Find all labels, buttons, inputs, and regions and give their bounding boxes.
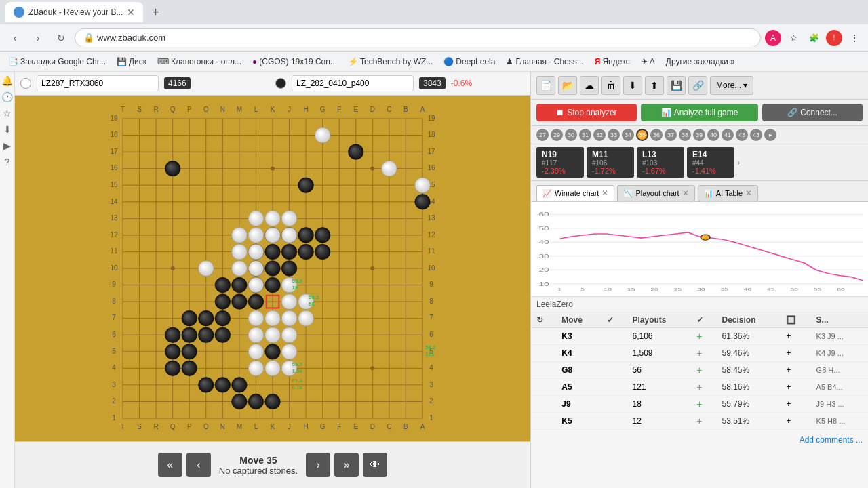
move-dot-43a[interactable]: 43 bbox=[736, 129, 748, 141]
bookmark-more[interactable]: Другие закладки » bbox=[663, 56, 738, 68]
move-dot-38[interactable]: 38 bbox=[679, 129, 691, 141]
player2-name-input[interactable] bbox=[292, 75, 414, 92]
forward-button[interactable]: › bbox=[28, 28, 47, 47]
col-flag[interactable]: 🔲 bbox=[781, 312, 810, 328]
table-row[interactable]: K5 12 + 53.51% + K5 H8 ... bbox=[531, 413, 868, 430]
col-playouts[interactable]: Playouts bbox=[627, 312, 692, 328]
move-dot-more[interactable]: ▸ bbox=[764, 129, 776, 141]
toggle-view-button[interactable]: 👁 bbox=[363, 453, 387, 477]
move-dot-39[interactable]: 39 bbox=[693, 129, 705, 141]
sidebar-icon-history[interactable]: 🕐 bbox=[1, 91, 14, 103]
first-move-button[interactable]: « bbox=[158, 453, 182, 477]
new-game-button[interactable]: 📄 bbox=[536, 76, 555, 95]
suggestion-scroll[interactable]: › bbox=[737, 147, 740, 178]
sugg-l13-pos: L13 bbox=[642, 150, 679, 159]
winrate-chart-close[interactable]: ✕ bbox=[601, 188, 608, 198]
player-bar: 4166 3843 -0.6% bbox=[15, 72, 530, 96]
new-tab-button[interactable]: + bbox=[146, 3, 165, 22]
tab-playout-chart[interactable]: 📉 Playout chart ✕ bbox=[617, 185, 694, 201]
star-icon[interactable]: ☆ bbox=[785, 30, 802, 46]
move-dot-32[interactable]: 32 bbox=[593, 129, 606, 141]
col-refresh[interactable]: ↻ bbox=[531, 312, 556, 328]
save-button[interactable]: 💾 bbox=[667, 76, 686, 95]
move-dot-29[interactable]: 29 bbox=[551, 129, 563, 141]
connect-button[interactable]: 🔗 Connect... bbox=[762, 104, 863, 121]
cloud-button[interactable]: ☁ bbox=[580, 76, 599, 95]
refresh-button[interactable]: ↻ bbox=[52, 28, 71, 47]
sidebar-icon-star[interactable]: ☆ bbox=[1, 107, 14, 119]
stop-icon: ⏹ bbox=[556, 108, 564, 117]
col-move[interactable]: Move bbox=[556, 312, 601, 328]
prev-move-button[interactable]: ‹ bbox=[186, 453, 211, 477]
col-s[interactable]: S... bbox=[811, 312, 868, 328]
download-button[interactable]: ⬇ bbox=[623, 76, 642, 95]
col-check[interactable]: ✓ bbox=[601, 312, 627, 328]
winrate-chart-svg: 60 50 40 30 20 10 1 5 10 15 20 25 30 35 … bbox=[536, 207, 863, 291]
playout-chart-close[interactable]: ✕ bbox=[682, 188, 689, 198]
nav-bar: ‹ › ↻ 🔒 www.zbaduk.com A ☆ 🧩 ! ⋮ bbox=[0, 24, 868, 52]
bookmark-chess[interactable]: ♟ Главная - Chess... bbox=[503, 56, 586, 68]
move-dot-41[interactable]: 41 bbox=[722, 129, 734, 141]
sidebar-icon-download[interactable]: ⬇ bbox=[1, 123, 14, 136]
move-dot-37[interactable]: 37 bbox=[665, 129, 677, 141]
ai-table-close[interactable]: ✕ bbox=[745, 188, 752, 198]
last-move-button[interactable]: » bbox=[334, 453, 359, 477]
move-dot-36[interactable]: 36 bbox=[650, 129, 663, 141]
col-decision[interactable]: Decision bbox=[716, 312, 781, 328]
move-dot-43b[interactable]: 43 bbox=[750, 129, 762, 141]
bookmark-google[interactable]: 📑 Закладки Google Chr... bbox=[5, 56, 108, 68]
more-button[interactable]: More... ▾ bbox=[710, 76, 753, 95]
suggestion-e14[interactable]: E14 #44 -1.41% bbox=[687, 147, 734, 178]
tab-ai-table[interactable]: 📊 AI Table ✕ bbox=[698, 185, 759, 201]
move-dot-27[interactable]: 27 bbox=[536, 129, 549, 141]
tab-close-button[interactable]: ✕ bbox=[127, 7, 135, 18]
winrate-chart-label: Winrate chart bbox=[555, 189, 599, 197]
menu-icon[interactable]: ⋮ bbox=[846, 30, 863, 46]
sidebar-icon-bell[interactable]: 🔔 bbox=[1, 75, 14, 87]
sidebar-icon-play[interactable]: ▶ bbox=[1, 140, 14, 152]
table-row[interactable]: K3 6,106 + 61.36% + K3 J9 ... bbox=[531, 328, 868, 345]
bookmark-klavogonki[interactable]: ⌨ Клавогонки - онл... bbox=[155, 56, 244, 68]
analyze-full-game-button[interactable]: 📊 Analyze full game bbox=[641, 104, 758, 121]
sidebar-icon-question[interactable]: ? bbox=[1, 156, 14, 168]
active-tab[interactable]: ZBaduk - Review your B... ✕ bbox=[5, 2, 143, 22]
move-dot-34[interactable]: 34 bbox=[622, 129, 634, 141]
table-row[interactable]: K4 1,509 + 59.46% + K4 J9 ... bbox=[531, 345, 868, 362]
delete-button[interactable]: 🗑 bbox=[601, 76, 620, 95]
back-button[interactable]: ‹ bbox=[5, 28, 24, 47]
move-dot-30[interactable]: 30 bbox=[565, 129, 577, 141]
move-dot-33[interactable]: 33 bbox=[608, 129, 620, 141]
bookmark-a[interactable]: ✈ А bbox=[638, 56, 658, 68]
go-board-canvas[interactable] bbox=[106, 102, 439, 434]
browser-chrome: ZBaduk - Review your B... ✕ + ‹ › ↻ 🔒 ww… bbox=[0, 0, 868, 72]
update-icon[interactable]: ! bbox=[826, 30, 842, 46]
profile-icon[interactable]: A bbox=[765, 30, 781, 46]
bookmark-cgos[interactable]: ● (CGOS) 19x19 Con... bbox=[250, 56, 340, 68]
move-dot-31[interactable]: 31 bbox=[579, 129, 591, 141]
cgos-icon: ● bbox=[252, 57, 257, 66]
address-bar[interactable]: 🔒 www.zbaduk.com bbox=[75, 28, 761, 47]
bookmark-techbench[interactable]: ⚡ TechBench by WZ... bbox=[345, 56, 435, 68]
tab-winrate-chart[interactable]: 📈 Winrate chart ✕ bbox=[536, 185, 614, 201]
add-comments-link[interactable]: Add comments ... bbox=[800, 435, 863, 445]
upload-button[interactable]: ⬆ bbox=[645, 76, 664, 95]
bookmark-disk[interactable]: 💾 Диск bbox=[114, 56, 149, 68]
extension-icon[interactable]: 🧩 bbox=[806, 30, 822, 46]
suggestion-m11[interactable]: M11 #106 -1.72% bbox=[587, 147, 634, 178]
stop-analyzer-button[interactable]: ⏹ Stop analyzer bbox=[536, 104, 637, 121]
move-dot-35[interactable]: 35 bbox=[636, 129, 648, 141]
table-row[interactable]: J9 18 + 55.79% + J9 H3 ... bbox=[531, 396, 868, 413]
player1-name-input[interactable] bbox=[37, 75, 159, 92]
link-button[interactable]: 🔗 bbox=[688, 76, 707, 95]
table-row[interactable]: A5 121 + 58.16% + A5 B4... bbox=[531, 379, 868, 396]
open-button[interactable]: 📂 bbox=[558, 76, 577, 95]
bookmark-yandex[interactable]: Я Яндекс bbox=[592, 56, 633, 68]
col-check2[interactable]: ✓ bbox=[691, 312, 716, 328]
next-move-button[interactable]: › bbox=[306, 453, 330, 477]
table-row[interactable]: G8 56 + 58.45% + G8 H... bbox=[531, 362, 868, 379]
suggestion-n19[interactable]: N19 #117 -2.39% bbox=[536, 147, 584, 178]
bookmark-deepleela[interactable]: 🔵 DeepLeela bbox=[441, 56, 498, 68]
move-dot-40[interactable]: 40 bbox=[707, 129, 719, 141]
suggestion-l13[interactable]: L13 #103 -1.67% bbox=[637, 147, 684, 178]
chart-tabs: 📈 Winrate chart ✕ 📉 Playout chart ✕ 📊 AI… bbox=[531, 181, 868, 202]
